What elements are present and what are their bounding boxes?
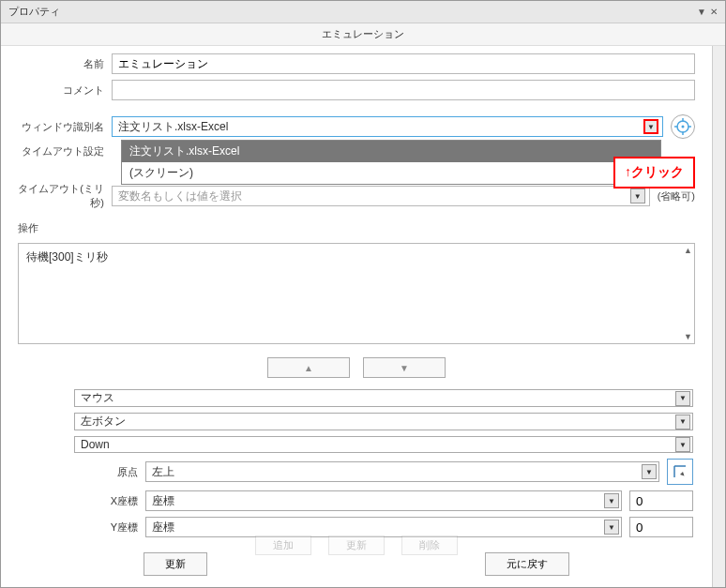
name-label: 名前 bbox=[18, 57, 104, 71]
section-header: エミュレーション bbox=[1, 23, 725, 46]
timeout-ms-label: タイムアウト(ミリ秒) bbox=[18, 182, 104, 210]
action-combo[interactable]: Down ▼ bbox=[74, 436, 693, 453]
click-callout: ↑クリック bbox=[613, 157, 695, 188]
window-title: プロパティ bbox=[8, 5, 60, 19]
operations-area[interactable]: 待機[300]ミリ秒 ▲ ▼ bbox=[18, 243, 695, 344]
button-value: 左ボタン bbox=[81, 414, 126, 430]
xcoord-dropdown-button[interactable]: ▼ bbox=[604, 493, 619, 508]
origin-dropdown-button[interactable]: ▼ bbox=[642, 464, 657, 479]
timeout-placeholder: 変数名もしくは値を選択 bbox=[116, 188, 630, 204]
mouse-value: マウス bbox=[81, 390, 114, 406]
titlebar: プロパティ ▼ ✕ bbox=[1, 1, 725, 23]
windowid-combo[interactable]: 注文リスト.xlsx-Excel ▼ bbox=[112, 116, 663, 137]
svg-point-1 bbox=[682, 126, 685, 128]
operations-label: 操作 bbox=[18, 221, 695, 235]
coordinate-picker-button[interactable] bbox=[667, 459, 693, 485]
ycoord-dropdown-button[interactable]: ▼ bbox=[604, 520, 619, 535]
ops-scroll-up-icon[interactable]: ▲ bbox=[684, 246, 692, 255]
ycoord-type-combo[interactable]: 座標 ▼ bbox=[145, 517, 622, 537]
xcoord-type-value: 座標 bbox=[152, 493, 174, 509]
mouse-dropdown-button[interactable]: ▼ bbox=[675, 391, 690, 406]
windowid-dropdown-list: 注文リスト.xlsx-Excel (スクリーン) bbox=[121, 140, 661, 185]
windowid-dropdown-button[interactable]: ▼ bbox=[643, 119, 658, 134]
button-dropdown-button[interactable]: ▼ bbox=[675, 415, 690, 430]
origin-label: 原点 bbox=[74, 465, 138, 479]
windowid-value: 注文リスト.xlsx-Excel bbox=[116, 119, 643, 135]
ycoord-label: Y座標 bbox=[74, 520, 138, 535]
xcoord-label: X座標 bbox=[74, 494, 138, 508]
omit-ok-text: (省略可) bbox=[658, 189, 695, 204]
panel-scrollbar[interactable] bbox=[712, 46, 725, 587]
action-value: Down bbox=[81, 438, 110, 451]
ycoord-value-input[interactable] bbox=[629, 517, 693, 537]
xcoord-type-combo[interactable]: 座標 ▼ bbox=[145, 490, 622, 511]
operations-text: 待機[300]ミリ秒 bbox=[26, 250, 108, 264]
button-combo[interactable]: 左ボタン ▼ bbox=[74, 413, 693, 430]
ops-scroll-down-icon[interactable]: ▼ bbox=[684, 332, 692, 341]
mouse-combo[interactable]: マウス ▼ bbox=[74, 389, 693, 407]
origin-value: 左上 bbox=[152, 464, 174, 480]
update-button[interactable]: 更新 bbox=[144, 552, 207, 576]
windowid-label: ウィンドウ識別名 bbox=[18, 120, 104, 134]
origin-combo[interactable]: 左上 ▼ bbox=[145, 461, 659, 482]
name-input[interactable] bbox=[112, 53, 695, 74]
action-dropdown-button[interactable]: ▼ bbox=[675, 437, 690, 452]
timeout-combo[interactable]: 変数名もしくは値を選択 ▼ bbox=[112, 186, 650, 206]
move-down-button[interactable]: ▼ bbox=[363, 357, 446, 378]
dropdown-option-1[interactable]: 注文リスト.xlsx-Excel bbox=[122, 141, 660, 162]
ycoord-type-value: 座標 bbox=[152, 520, 174, 535]
timeout-dropdown-button[interactable]: ▼ bbox=[630, 188, 645, 204]
target-picker-icon[interactable] bbox=[671, 114, 695, 139]
close-icon[interactable]: ✕ bbox=[710, 7, 718, 17]
move-up-button[interactable]: ▲ bbox=[267, 357, 350, 378]
dropdown-option-2[interactable]: (スクリーン) bbox=[122, 162, 660, 184]
comment-label: コメント bbox=[18, 83, 104, 98]
comment-input[interactable] bbox=[112, 80, 695, 100]
delete-button-faded: 削除 bbox=[401, 535, 458, 555]
add-button-faded: 追加 bbox=[255, 535, 311, 555]
timeout-setting-label: タイムアウト設定 bbox=[18, 144, 104, 158]
refresh-button-faded: 更新 bbox=[328, 535, 385, 555]
xcoord-value-input[interactable] bbox=[629, 490, 693, 511]
revert-button[interactable]: 元に戻す bbox=[485, 552, 569, 576]
pin-icon[interactable]: ▼ bbox=[697, 7, 706, 17]
